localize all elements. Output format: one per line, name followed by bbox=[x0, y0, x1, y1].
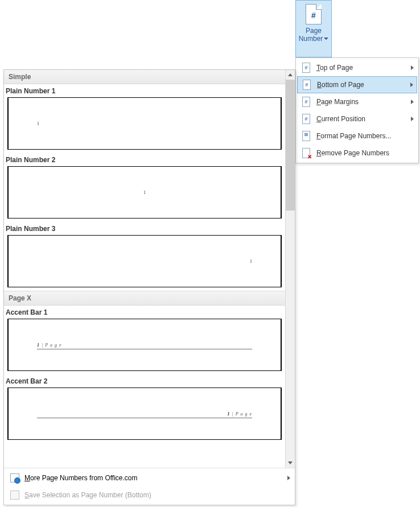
more-page-numbers-office[interactable]: More Page Numbers from Office.com bbox=[5, 469, 294, 487]
gallery-item-accent-bar-2[interactable]: 1 | P a g e bbox=[7, 388, 282, 440]
scroll-track[interactable] bbox=[286, 80, 295, 458]
menu-format-page-numbers[interactable]: Format Page Numbers... bbox=[297, 127, 417, 145]
submenu-arrow-icon bbox=[411, 117, 414, 121]
gallery-item-title: Plain Number 2 bbox=[4, 153, 285, 166]
dropdown-triangle-icon bbox=[324, 38, 328, 40]
gallery-item-plain-number-2[interactable]: 1 bbox=[7, 166, 282, 219]
gallery-item-title: Accent Bar 2 bbox=[4, 374, 285, 388]
accent-bar-label: 1 | P a g e bbox=[37, 343, 62, 348]
gallery-item-accent-bar-1[interactable]: 1 | P a g e bbox=[7, 319, 282, 371]
page-number-menu: Top of Page Bottom of Page Page Margins … bbox=[295, 57, 419, 163]
menu-remove-page-numbers[interactable]: ✕ Remove Page Numbers bbox=[297, 145, 417, 162]
submenu-arrow-icon bbox=[287, 476, 290, 480]
gallery-item-plain-number-3[interactable]: 1 bbox=[7, 235, 282, 287]
submenu-arrow-icon bbox=[411, 100, 414, 104]
gallery-item-title: Plain Number 1 bbox=[4, 84, 285, 97]
save-selection-icon bbox=[9, 489, 21, 501]
menu-current-position[interactable]: Current Position bbox=[297, 110, 417, 127]
menu-bottom-of-page[interactable]: Bottom of Page bbox=[297, 76, 417, 93]
page-number-sample: 1 bbox=[143, 190, 146, 195]
page-number-label: Page Number bbox=[299, 27, 329, 43]
save-selection-page-number: Save Selection as Page Number (Bottom) bbox=[5, 487, 294, 504]
gallery-item-title: Plain Number 3 bbox=[4, 222, 285, 235]
submenu-arrow-icon bbox=[411, 65, 414, 70]
office-com-icon bbox=[9, 472, 21, 484]
gallery-group-pagex: Page X bbox=[4, 291, 285, 306]
bottom-of-page-gallery: Simple Plain Number 1 1 Plain Number 2 1… bbox=[3, 69, 295, 505]
page-number-ribbon-button[interactable]: Page Number bbox=[295, 0, 332, 57]
gallery-item-title: Accent Bar 1 bbox=[4, 306, 285, 319]
scroll-down-button[interactable] bbox=[286, 458, 295, 468]
menu-page-margins[interactable]: Page Margins bbox=[297, 93, 417, 110]
page-number-sample: 1 bbox=[37, 121, 39, 126]
page-hash-icon bbox=[300, 78, 314, 92]
format-page-numbers-icon bbox=[299, 129, 313, 143]
gallery-scroll-area: Simple Plain Number 1 1 Plain Number 2 1… bbox=[4, 70, 285, 468]
accent-bar-label: 1 | P a g e bbox=[228, 411, 253, 417]
page-hash-icon bbox=[299, 61, 313, 75]
menu-top-of-page[interactable]: Top of Page bbox=[297, 59, 417, 76]
gallery-item-plain-number-1[interactable]: 1 bbox=[7, 97, 282, 150]
submenu-arrow-icon bbox=[410, 83, 413, 87]
remove-page-numbers-icon: ✕ bbox=[299, 146, 313, 160]
scroll-up-button[interactable] bbox=[286, 70, 295, 80]
page-hash-icon bbox=[299, 112, 313, 126]
gallery-group-simple: Simple bbox=[4, 70, 285, 84]
page-number-icon bbox=[306, 4, 322, 24]
gallery-scrollbar[interactable] bbox=[285, 70, 295, 468]
scroll-thumb[interactable] bbox=[286, 80, 295, 211]
page-hash-icon bbox=[299, 95, 313, 109]
page-number-sample: 1 bbox=[250, 259, 252, 264]
